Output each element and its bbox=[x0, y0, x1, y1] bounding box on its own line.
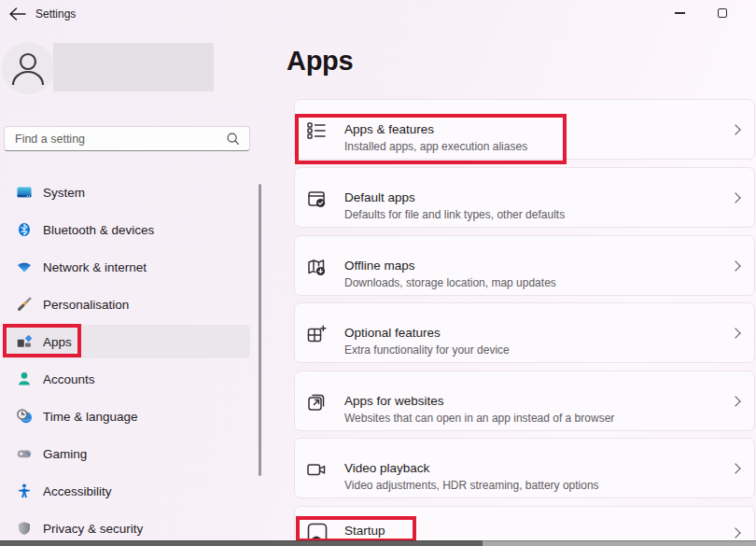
sidebar-item-apps[interactable]: Apps bbox=[7, 325, 250, 358]
sidebar-item-gaming[interactable]: Gaming bbox=[7, 437, 250, 470]
card-subtitle: Installed apps, app execution aliases bbox=[344, 140, 527, 153]
settings-window: Settings bbox=[0, 0, 756, 546]
chevron-right-icon bbox=[730, 527, 740, 538]
offline-maps-icon bbox=[306, 257, 327, 277]
sidebar-item-bluetooth-devices[interactable]: Bluetooth & devices bbox=[7, 213, 250, 246]
minimize-button[interactable] bbox=[659, 0, 700, 26]
maximize-button[interactable] bbox=[702, 0, 743, 26]
card-title: Video playback bbox=[344, 461, 429, 475]
card-subtitle: Defaults for file and link types, other … bbox=[344, 208, 565, 221]
default-apps-icon bbox=[306, 189, 327, 209]
card-subtitle: Extra functionality for your device bbox=[344, 343, 510, 357]
taskbar-edge-left bbox=[0, 540, 483, 546]
sidebar-item-label: System bbox=[43, 186, 85, 200]
sidebar-scrollbar[interactable] bbox=[259, 184, 261, 476]
sidebar-item-system[interactable]: System bbox=[7, 175, 250, 209]
person-icon bbox=[2, 42, 54, 94]
card-title: Startup bbox=[344, 524, 385, 538]
sidebar-item-network-internet[interactable]: Network & internet bbox=[7, 250, 250, 284]
maximize-icon bbox=[718, 8, 728, 19]
chevron-right-icon bbox=[730, 328, 740, 338]
search-box[interactable] bbox=[4, 126, 250, 151]
card-title: Optional features bbox=[344, 326, 441, 340]
sidebar-item-label: Apps bbox=[43, 335, 72, 349]
clock-globe-icon bbox=[17, 409, 32, 424]
sidebar-item-label: Gaming bbox=[43, 447, 87, 461]
card-apps-for-websites[interactable]: Apps for websites Websites that can open… bbox=[294, 371, 755, 431]
optional-features-icon bbox=[306, 324, 327, 344]
sidebar-item-label: Personalisation bbox=[43, 298, 129, 312]
sidebar-item-accessibility[interactable]: Accessibility bbox=[7, 474, 250, 508]
shield-icon bbox=[17, 521, 32, 536]
card-optional-features[interactable]: Optional features Extra functionality fo… bbox=[294, 302, 755, 363]
accessibility-person-icon bbox=[17, 483, 32, 498]
chevron-right-icon bbox=[730, 463, 740, 473]
apps-icon bbox=[17, 334, 32, 349]
card-offline-maps[interactable]: Offline maps Downloads, storage location… bbox=[294, 235, 755, 296]
sidebar-item-time-language[interactable]: Time & language bbox=[7, 399, 250, 433]
card-title: Default apps bbox=[344, 190, 415, 204]
card-subtitle: Websites that can open in an app instead… bbox=[344, 412, 614, 425]
card-subtitle: Video adjustments, HDR streaming, batter… bbox=[344, 479, 599, 492]
card-apps-features[interactable]: Apps & features Installed apps, app exec… bbox=[294, 99, 755, 160]
video-camera-icon bbox=[306, 459, 327, 480]
avatar[interactable] bbox=[2, 42, 54, 94]
card-title: Offline maps bbox=[344, 259, 415, 273]
card-title: Apps for websites bbox=[344, 394, 444, 408]
sidebar-item-label: Accessibility bbox=[43, 484, 112, 498]
page-title: Apps bbox=[287, 46, 353, 77]
apps-features-icon bbox=[306, 120, 327, 141]
card-title: Apps & features bbox=[344, 122, 434, 136]
wifi-icon bbox=[17, 259, 32, 274]
account-person-icon bbox=[17, 371, 32, 386]
sidebar-item-accounts[interactable]: Accounts bbox=[7, 362, 250, 396]
sidebar-item-label: Bluetooth & devices bbox=[43, 223, 154, 237]
bluetooth-icon bbox=[17, 222, 32, 237]
minimize-icon bbox=[675, 12, 685, 13]
startup-icon bbox=[306, 522, 327, 542]
search-input[interactable] bbox=[5, 133, 226, 146]
system-icon bbox=[17, 185, 32, 200]
paintbrush-icon bbox=[17, 297, 32, 312]
card-video-playback[interactable]: Video playback Video adjustments, HDR st… bbox=[294, 438, 755, 498]
sidebar-item-label: Accounts bbox=[43, 372, 95, 386]
user-name-redacted bbox=[53, 43, 214, 91]
chevron-right-icon bbox=[730, 260, 740, 271]
sidebar: System Bluetooth & devices Network & int… bbox=[7, 175, 250, 546]
chevron-right-icon bbox=[730, 396, 740, 406]
chevron-right-icon bbox=[730, 124, 740, 134]
sidebar-item-label: Privacy & security bbox=[43, 522, 143, 536]
card-subtitle: Downloads, storage location, map updates bbox=[344, 276, 556, 289]
window-title: Settings bbox=[35, 7, 76, 21]
sidebar-item-label: Network & internet bbox=[43, 260, 147, 274]
sidebar-item-label: Time & language bbox=[43, 410, 138, 424]
taskbar-edge-right bbox=[483, 540, 756, 546]
card-default-apps[interactable]: Default apps Defaults for file and link … bbox=[294, 167, 755, 228]
back-arrow-icon bbox=[7, 6, 28, 22]
search-icon bbox=[226, 132, 241, 147]
sidebar-item-personalisation[interactable]: Personalisation bbox=[7, 287, 250, 321]
back-button[interactable] bbox=[7, 6, 30, 24]
gamepad-icon bbox=[17, 446, 32, 461]
chevron-right-icon bbox=[730, 192, 740, 203]
apps-for-websites-icon bbox=[306, 392, 327, 413]
